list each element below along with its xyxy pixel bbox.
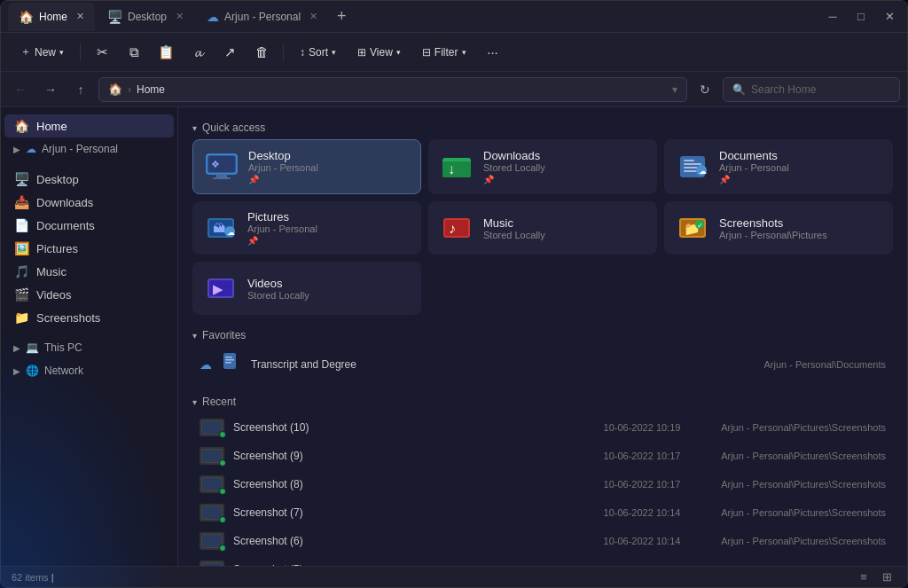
content-panel: ▾ Quick access ❖: [178, 107, 907, 566]
minimize-button[interactable]: ─: [822, 6, 843, 27]
ss8-name: Screenshot (8): [233, 478, 575, 490]
svg-rect-3: [213, 177, 231, 179]
new-tab-button[interactable]: +: [330, 5, 354, 27]
folder-card-videos[interactable]: ▶ Videos Stored Locally: [192, 262, 421, 315]
sidebar-item-documents[interactable]: 📄 Documents 📌: [4, 214, 174, 237]
fav-transcript-name: Transcript and Degree: [251, 358, 755, 371]
statusbar: 62 items | ≡ ⊞: [1, 566, 907, 587]
music-card-info: Music Stored Locally: [483, 216, 545, 240]
favorites-chevron: ▾: [192, 331, 197, 341]
address-bar[interactable]: 🏠 › Home ▾: [98, 77, 687, 102]
up-button[interactable]: ↑: [68, 77, 93, 102]
quick-access-grid: ❖ Desktop Arjun - Personal 📌: [192, 139, 893, 315]
folder-card-screenshots[interactable]: 📁 ✓ Screenshots Arjun - Personal\Picture…: [664, 201, 893, 255]
sidebar-screenshots-label: Screenshots: [36, 311, 100, 325]
sidebar-item-pictures[interactable]: 🖼️ Pictures 📌: [4, 237, 174, 260]
desktop-card-name: Desktop: [248, 149, 318, 162]
details-view-button[interactable]: ≡: [854, 569, 873, 585]
sidebar-item-downloads[interactable]: 📥 Downloads 📌: [4, 191, 174, 214]
tiles-view-button[interactable]: ⊞: [877, 569, 896, 585]
sidebar-section-network[interactable]: ▶ 🌐 Network: [4, 359, 174, 382]
delete-button[interactable]: 🗑: [247, 38, 276, 67]
sidebar-section-thispc[interactable]: ▶ 💻 This PC: [4, 336, 174, 359]
downloads-card-info: Downloads Stored Locally 📌: [483, 149, 545, 184]
folder-card-music[interactable]: ♪ Music Stored Locally: [428, 201, 657, 255]
more-button[interactable]: ···: [479, 38, 507, 67]
forward-button[interactable]: →: [38, 77, 63, 102]
recent-item-ss5[interactable]: Screenshot (5) 10-06-2022 09:31 Arjun - …: [192, 555, 893, 566]
pictures-sidebar-icon: 🖼️: [13, 241, 29, 255]
network-expand-icon: ▶: [13, 366, 20, 376]
filter-button[interactable]: ⊟ Filter ▾: [413, 43, 475, 62]
screenshots-card-sub: Arjun - Personal\Pictures: [719, 230, 827, 240]
sidebar-item-desktop[interactable]: 🖥️ Desktop 📌: [4, 168, 174, 191]
sidebar-divider-2: [4, 329, 174, 336]
fav-item-transcript[interactable]: ☁ Transcript and Degree Arjun - Personal…: [192, 347, 893, 381]
search-box[interactable]: 🔍 Search Home: [723, 77, 900, 102]
home-tab-icon: 🏠: [19, 10, 34, 24]
tab-desktop[interactable]: 🖥️ Desktop ✕: [97, 3, 194, 31]
tab-home-close[interactable]: ✕: [76, 11, 84, 22]
cut-button[interactable]: ✂: [88, 38, 116, 67]
close-button[interactable]: ✕: [879, 6, 900, 27]
sidebar-item-screenshots[interactable]: 📁 Screenshots: [4, 306, 174, 329]
new-button[interactable]: ＋ New ▾: [12, 41, 73, 63]
ss7-status-dot: [219, 516, 226, 523]
sidebar-videos-label: Videos: [36, 288, 72, 302]
quick-access-header[interactable]: ▾ Quick access: [192, 114, 893, 139]
tab-arjun[interactable]: ☁ Arjun - Personal ✕: [196, 3, 328, 31]
recent-item-ss7[interactable]: Screenshot (7) 10-06-2022 10:14 Arjun - …: [192, 498, 893, 527]
recent-header[interactable]: ▾ Recent: [192, 388, 893, 413]
addressbar-dropdown-icon[interactable]: ▾: [672, 83, 677, 96]
recent-item-ss10[interactable]: Screenshot (10) 10-06-2022 10:19 Arjun -…: [192, 413, 893, 442]
folder-card-documents[interactable]: ☁ Documents Arjun - Personal 📌: [664, 139, 893, 194]
rename-button[interactable]: 𝓪: [184, 38, 212, 67]
sort-button[interactable]: ↕ Sort ▾: [291, 43, 345, 62]
documents-card-pin: 📌: [719, 175, 789, 184]
addressbar-separator: ›: [128, 83, 131, 96]
tab-desktop-close[interactable]: ✕: [176, 11, 184, 22]
recent-item-ss9[interactable]: Screenshot (9) 10-06-2022 10:17 Arjun - …: [192, 442, 893, 470]
ss5-icon: [200, 561, 224, 566]
sidebar-item-videos[interactable]: 🎬 Videos: [4, 283, 174, 306]
desktop-sidebar-icon: 🖥️: [13, 172, 29, 186]
sidebar-pictures-label: Pictures: [36, 242, 78, 255]
sort-chevron: ▾: [332, 48, 336, 57]
documents-card-sub: Arjun - Personal: [719, 162, 789, 173]
tab-home[interactable]: 🏠 Home ✕: [8, 3, 95, 31]
ss7-date: 10-06-2022 10:14: [584, 507, 700, 518]
view-label: View: [370, 46, 393, 59]
documents-card-icon: ☁: [675, 149, 710, 184]
tab-arjun-close[interactable]: ✕: [309, 11, 317, 22]
view-button[interactable]: ⊞ View ▾: [348, 43, 410, 62]
share-button[interactable]: ↗: [215, 38, 244, 67]
svg-text:✓: ✓: [697, 222, 703, 230]
folder-card-desktop[interactable]: ❖ Desktop Arjun - Personal 📌: [192, 139, 421, 194]
new-icon: ＋: [20, 44, 31, 59]
sidebar-item-home[interactable]: 🏠 Home: [4, 114, 174, 137]
filter-icon: ⊟: [422, 46, 431, 59]
favorites-header[interactable]: ▾ Favorites: [192, 322, 893, 347]
recent-item-ss6[interactable]: Screenshot (6) 10-06-2022 10:14 Arjun - …: [192, 527, 893, 555]
folder-card-downloads[interactable]: ↓ Downloads Stored Locally 📌: [428, 139, 657, 194]
copy-button[interactable]: ⧉: [120, 38, 148, 67]
sort-icon: ↕: [300, 46, 305, 59]
folder-card-pictures[interactable]: 🏔 ☁ Pictures Arjun - Personal 📌: [192, 201, 421, 255]
refresh-button[interactable]: ↻: [693, 77, 717, 102]
sidebar-item-music[interactable]: 🎵 Music: [4, 260, 174, 283]
fav-transcript-location: Arjun - Personal\Documents: [763, 359, 886, 370]
filter-label: Filter: [434, 46, 458, 59]
svg-text:♪: ♪: [449, 221, 456, 236]
sidebar-section-arjun[interactable]: ▶ ☁ Arjun - Personal: [4, 137, 174, 161]
ss9-location: Arjun - Personal\Pictures\Screenshots: [708, 451, 886, 461]
sidebar-thispc-label: This PC: [44, 341, 82, 354]
sidebar-downloads-label: Downloads: [36, 196, 93, 209]
svg-rect-46: [202, 563, 222, 566]
recent-item-ss8[interactable]: Screenshot (8) 10-06-2022 10:17 Arjun - …: [192, 470, 893, 498]
maximize-button[interactable]: □: [850, 6, 872, 27]
back-button[interactable]: ←: [8, 77, 33, 102]
ss8-icon: [200, 475, 224, 493]
ss6-name: Screenshot (6): [233, 535, 575, 547]
paste-button[interactable]: 📋: [152, 38, 180, 67]
thispc-icon: 💻: [26, 341, 39, 354]
